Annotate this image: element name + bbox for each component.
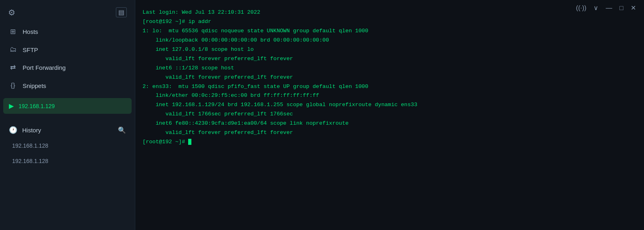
history-search-icon[interactable]: 🔍 <box>118 126 126 134</box>
new-terminal-icon[interactable]: ▤ <box>116 7 127 17</box>
gear-icon[interactable]: ⚙ <box>8 8 15 17</box>
sidebar: ⚙ ▤ ⊞ Hosts 🗂 SFTP ⇄ Port Forwarding {} … <box>0 0 135 230</box>
minimize-icon[interactable]: — <box>606 4 612 12</box>
history-item-1-label: 192.168.1.128 <box>12 158 48 164</box>
sidebar-nav: ⊞ Hosts 🗂 SFTP ⇄ Port Forwarding {} Snip… <box>0 23 135 94</box>
sidebar-item-hosts[interactable]: ⊞ Hosts <box>3 23 132 40</box>
sftp-icon: 🗂 <box>9 46 17 54</box>
terminal-cursor <box>188 139 191 145</box>
active-connection-label: 192.168.1.129 <box>19 103 55 109</box>
sidebar-top: ⚙ ▤ <box>0 0 135 23</box>
history-icon: 🕐 <box>9 126 17 134</box>
sidebar-item-hosts-label: Hosts <box>23 28 38 35</box>
maximize-icon[interactable]: □ <box>619 4 623 12</box>
port-forwarding-icon: ⇄ <box>9 63 17 72</box>
sidebar-item-sftp[interactable]: 🗂 SFTP <box>3 41 132 58</box>
active-connection[interactable]: ▶ 192.168.1.129 <box>3 98 132 114</box>
terminal-area[interactable]: ((·)) ∨ — □ ✕ Last login: Wed Jul 13 22:… <box>135 0 644 230</box>
active-connection-icon: ▶ <box>9 102 14 110</box>
hosts-icon: ⊞ <box>9 27 17 36</box>
history-section: 🕐 History 🔍 192.168.1.128 192.168.1.128 <box>0 122 135 168</box>
history-items-list: 192.168.1.128 192.168.1.128 <box>3 138 132 168</box>
wifi-icon[interactable]: ((·)) <box>576 4 587 12</box>
terminal-output: Last login: Wed Jul 13 22:10:31 2022 [ro… <box>143 8 637 147</box>
chevron-down-icon[interactable]: ∨ <box>594 4 598 12</box>
history-header: 🕐 History 🔍 <box>3 122 132 138</box>
history-title-label: History <box>22 127 41 134</box>
sidebar-item-snippets[interactable]: {} Snippets <box>3 77 132 94</box>
snippets-icon: {} <box>9 82 17 90</box>
history-item-0-label: 192.168.1.128 <box>12 142 48 149</box>
history-item-0[interactable]: 192.168.1.128 <box>6 138 128 153</box>
close-icon[interactable]: ✕ <box>631 4 636 12</box>
sidebar-item-port-forwarding[interactable]: ⇄ Port Forwarding <box>3 59 132 76</box>
sidebar-item-snippets-label: Snippets <box>23 82 46 89</box>
window-controls: ((·)) ∨ — □ ✕ <box>568 0 644 16</box>
history-title-group: 🕐 History <box>9 126 41 134</box>
sidebar-item-port-forwarding-label: Port Forwarding <box>23 64 66 71</box>
sidebar-item-sftp-label: SFTP <box>23 46 38 53</box>
history-item-1[interactable]: 192.168.1.128 <box>6 154 128 168</box>
